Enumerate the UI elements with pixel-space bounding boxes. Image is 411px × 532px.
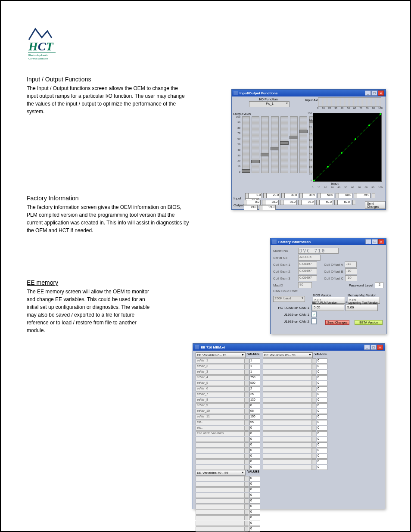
coil-gain-input[interactable]: 0.00497 (298, 261, 317, 268)
output-slider[interactable] (261, 116, 269, 173)
ee-var-value[interactable]: 0 (249, 498, 260, 504)
input-value-field[interactable]: 30.0 (284, 193, 298, 198)
ee-var-value[interactable]: 100 (249, 414, 260, 420)
ee-var-value[interactable]: 0 (249, 476, 260, 481)
ee-var-value[interactable]: 0 (317, 386, 327, 392)
io-function-select[interactable]: Fx_1 (249, 101, 290, 107)
ee-var-value[interactable]: 0 (317, 431, 327, 436)
coil-offset-input[interactable]: -10 (345, 268, 357, 274)
ee-var-value[interactable]: 0 (249, 426, 260, 431)
send-changes-button[interactable]: Send Changes (365, 201, 386, 209)
ee-var-value[interactable]: 0 (317, 381, 327, 386)
ee-var-value[interactable]: 0 (317, 370, 327, 375)
ee-var-value[interactable]: 0 (317, 454, 327, 459)
ee-var-value[interactable]: 0 (317, 437, 327, 442)
can-baud-select[interactable]: 250K baud (273, 296, 305, 302)
titlebar-io[interactable]: Input/Output Functions _ □ × (232, 90, 386, 96)
input-value-field[interactable]: 79.9 (357, 193, 371, 198)
macid-input[interactable]: 90 (298, 282, 312, 288)
ee-var-value[interactable]: 0 (249, 487, 260, 492)
coil-gain-input[interactable]: 0.00497 (298, 275, 317, 281)
output-slider[interactable] (290, 116, 298, 173)
maximize-button[interactable]: □ (371, 345, 377, 350)
ee-column-select[interactable]: EE Variables 0 - 19 (196, 352, 246, 358)
ee-var-value[interactable]: 1 (249, 364, 260, 369)
ee-var-value[interactable]: 750 (249, 375, 260, 380)
ee-var-value[interactable]: 0 (249, 526, 260, 532)
output-slider[interactable] (280, 116, 288, 173)
ee-var-value[interactable]: 0 (317, 420, 327, 425)
output-value-field[interactable]: 60.0 (337, 200, 351, 205)
ee-var-value[interactable]: 0 (249, 403, 260, 408)
send-changes-button[interactable]: Send Changes (325, 320, 349, 325)
coil-offset-input[interactable]: -10 (345, 275, 357, 281)
minimize-button[interactable]: _ (365, 239, 371, 244)
output-value-field[interactable]: 0.0 (247, 200, 261, 205)
ee-var-value[interactable]: 0 (317, 442, 327, 448)
maximize-button[interactable]: □ (371, 90, 377, 96)
output-value-field[interactable]: 79.0 (244, 205, 258, 210)
close-button[interactable]: × (377, 345, 383, 350)
input-value-field[interactable]: 0.0 (248, 193, 262, 198)
ee-var-value[interactable]: 0 (249, 431, 260, 436)
input-value-field[interactable]: 60.0 (339, 193, 352, 198)
minimize-button[interactable]: _ (364, 345, 370, 350)
ee-var-value[interactable]: 0 (317, 414, 327, 420)
titlebar-factory[interactable]: Factory Information _ □ × (271, 238, 386, 245)
ee-var-value[interactable]: 0 (249, 442, 260, 448)
ee-var-value[interactable]: 25 (249, 392, 260, 397)
close-button[interactable]: × (378, 90, 384, 96)
ee-var-value[interactable]: 1 (249, 358, 260, 364)
ee-var-value[interactable]: 0 (249, 515, 260, 520)
ee-var-value[interactable]: 0 (249, 504, 260, 509)
can-option-checkbox[interactable] (311, 318, 317, 324)
coil-offset-input[interactable]: -11 (345, 261, 357, 268)
output-slider[interactable] (242, 116, 250, 173)
ee-column-select[interactable]: EE Variables 40 - 59 (196, 470, 246, 476)
output-slider[interactable] (252, 116, 259, 173)
maximize-button[interactable]: □ (372, 239, 378, 244)
ee-var-value[interactable]: 0 (317, 459, 327, 464)
beta-version-button[interactable]: BETA Version (355, 320, 383, 325)
ee-var-value[interactable]: 0 (249, 454, 260, 459)
output-value-field[interactable]: 50.0 (319, 200, 333, 205)
ee-var-value[interactable]: 0 (317, 465, 327, 470)
ee-var-value[interactable]: 0 (249, 493, 260, 498)
ee-var-value[interactable]: 0 (317, 398, 327, 403)
ee-var-value[interactable]: 0 (249, 437, 260, 442)
output-value-field[interactable]: 20.0 (265, 200, 279, 205)
output-value-field[interactable]: 30.0 (283, 200, 297, 205)
ee-var-value[interactable]: 0 (317, 409, 327, 414)
close-button[interactable]: × (378, 239, 384, 244)
ee-var-value[interactable]: 0 (249, 465, 260, 470)
ee-var-value[interactable]: 500 (249, 381, 260, 386)
output-slider[interactable] (271, 116, 279, 173)
input-value-field[interactable]: 39.9 (302, 193, 316, 198)
coil-gain-input[interactable]: 0.00497 (298, 268, 317, 274)
output-value-field[interactable]: 99.9 (262, 205, 276, 210)
ee-var-value[interactable]: 0 (317, 364, 327, 369)
ee-var-value[interactable]: 0 (317, 392, 327, 397)
ee-var-value[interactable]: 0 (317, 375, 327, 380)
ee-var-value[interactable]: 0 (317, 358, 327, 364)
ee-var-value[interactable]: 0 (249, 482, 260, 487)
ee-var-value[interactable]: 2 (249, 386, 260, 392)
titlebar-ee[interactable]: EE 710 MEM.vi _ □ × (193, 344, 385, 351)
ee-var-value[interactable]: 55 (249, 420, 260, 425)
ee-var-value[interactable]: 0 (249, 459, 260, 464)
input-value-field[interactable]: 20.0 (266, 193, 280, 198)
ee-column-select[interactable]: EE Variables 20 - 39 (263, 352, 313, 358)
ee-var-value[interactable]: 130 (249, 398, 260, 403)
input-axis-slider[interactable] (318, 97, 381, 107)
output-value-field[interactable]: 39.9 (301, 200, 315, 205)
ee-var-value[interactable]: 0 (249, 510, 260, 515)
ee-var-value[interactable]: 0 (317, 448, 327, 453)
input-value-field[interactable]: 50.0 (321, 193, 334, 198)
ee-var-value[interactable]: 66 (249, 409, 260, 414)
ee-var-value[interactable]: 0 (249, 448, 260, 453)
can-option-checkbox[interactable]: ✓ (311, 311, 317, 317)
ee-var-value[interactable]: 0 (317, 426, 327, 431)
ee-var-value[interactable]: 0 (249, 521, 260, 526)
ee-var-value[interactable]: 1 (249, 370, 260, 375)
ee-var-value[interactable]: 0 (317, 403, 327, 408)
